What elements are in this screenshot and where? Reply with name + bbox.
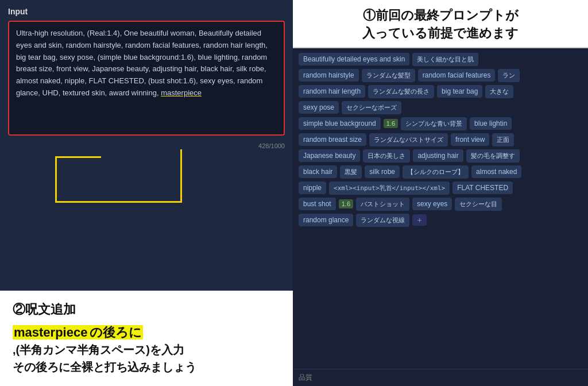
tag-bustshot-en[interactable]: bust shot [299, 198, 336, 210]
tag-blackhair-jp[interactable]: 黒髪 [340, 165, 362, 179]
right-panel: ①前回の最終プロンプトが 入っている前提で進めます Beautifully de… [293, 0, 588, 386]
tag-nipple-en[interactable]: nipple [299, 182, 326, 194]
tag-sexyppose-en[interactable]: sexy pose [299, 101, 339, 114]
tag-almostnaked-en[interactable]: almost naked [471, 165, 521, 178]
right-top-text: ①前回の最終プロンプトが 入っている前提で進めます [303, 7, 578, 43]
tag-facial-jp[interactable]: ラン [498, 69, 520, 82]
tag-adjustinghair-en[interactable]: adjusting hair [413, 149, 463, 162]
tag-sexypose-jp[interactable]: セクシーなポーズ [342, 101, 401, 114]
tag-beautifully-jp[interactable]: 美しく細かな目と肌 [412, 53, 478, 66]
tag-row-4: sexy pose セクシーなポーズ [299, 101, 582, 114]
tag-row-8: black hair 黒髪 silk robe 【シルクのローブ】 almost… [299, 165, 582, 179]
tag-sexyeyes-jp[interactable]: セクシーな目 [455, 198, 502, 211]
input-label: Input [8, 7, 285, 16]
tag-row-5: simple blue background 1.6 シンプルな青い背景 blu… [299, 117, 582, 130]
tag-flatchested-en[interactable]: FLAT CHESTED [452, 182, 513, 194]
tag-breastsize-jp[interactable]: ランダムなバストサイズ [369, 133, 448, 146]
tag-tearbag-jp[interactable]: 大きな [485, 85, 513, 98]
tag-row-3: random hair length ランダムな髪の長さ big tear ba… [299, 85, 582, 98]
tag-bluebackground-jp[interactable]: シンプルな青い背景 [401, 117, 467, 130]
tag-frontview-jp[interactable]: 正面 [492, 133, 514, 146]
tag-row-1: Beautifully detailed eyes and skin 美しく細か… [299, 53, 582, 66]
tag-bustshot-num: 1.6 [339, 199, 353, 209]
tag-japanesebeauty-jp[interactable]: 日本の美しさ [363, 149, 410, 163]
tag-beautifully-en[interactable]: Beautifully detailed eyes and skin [299, 53, 409, 65]
tag-randomglance-en[interactable]: random glance [299, 214, 353, 226]
yellow-line-horizontal [55, 156, 101, 158]
yellow-line-h2 [55, 201, 181, 203]
tag-bluebackground-en[interactable]: simple blue background [299, 117, 381, 130]
tag-row-2: random hairstyle ランダムな髪型 random facial f… [299, 69, 582, 82]
input-section: Input Ultra-high resolution, (Real:1.4),… [0, 0, 293, 140]
tag-hairstyle-en[interactable]: random hairstyle [299, 69, 359, 82]
tag-nipple-special[interactable]: <xml><input>乳首</input></xml> [329, 182, 450, 195]
annotation-highlight-line: masterpieceの後ろに [13, 324, 280, 341]
annotation-box: ②呪文追加 masterpieceの後ろに ,(半角カンマ半角スペース)を入力そ… [0, 291, 293, 386]
yellow-line-vertical [55, 156, 57, 202]
tag-row-6: random breast size ランダムなバストサイズ front vie… [299, 133, 582, 146]
right-top-annotation: ①前回の最終プロンプトが 入っている前提で進めます [293, 0, 588, 48]
bottom-label: 品質 [299, 373, 312, 381]
masterpiece-underline: masterpiece [161, 88, 202, 97]
input-text: Ultra-high resolution, (Real:1.4), One b… [16, 28, 277, 99]
tag-japanesebeauty-en[interactable]: Japanese beauty [299, 149, 360, 162]
annotation-body: ,(半角カンマ半角スペース)を入力その後ろに全裸と打ち込みましょう [13, 341, 280, 376]
tag-bluebackground-num: 1.6 [384, 119, 398, 128]
tag-randomglance-jp[interactable]: ランダムな視線 [356, 214, 409, 227]
annotation-title: ②呪文追加 [13, 301, 280, 318]
left-panel: Input Ultra-high resolution, (Real:1.4),… [0, 0, 293, 386]
tag-bustshot-jp[interactable]: バストショット [356, 198, 409, 211]
tag-row-10: bust shot 1.6 バストショット sexy eyes セクシーな目 [299, 198, 582, 211]
tag-bluelighting-en[interactable]: blue lightin [470, 117, 512, 130]
tag-hairstyle-jp[interactable]: ランダムな髪型 [362, 69, 415, 82]
tag-adjustinghair-jp[interactable]: 髪の毛を調整す [466, 149, 520, 163]
tag-silkrobe-jp[interactable]: 【シルクのローブ】 [403, 165, 469, 179]
char-count: 428/1000 [0, 140, 293, 152]
tag-row-7: Japanese beauty 日本の美しさ adjusting hair 髪の… [299, 149, 582, 163]
tag-facial-en[interactable]: random facial features [418, 69, 496, 82]
bottom-bar: 品質 [293, 369, 588, 386]
tags-area: Beautifully detailed eyes and skin 美しく細か… [293, 48, 588, 369]
tag-hairlength-jp[interactable]: ランダムな髪の長さ [368, 85, 434, 98]
tag-hairlength-en[interactable]: random hair length [299, 85, 365, 98]
highlight-word: masterpiece [13, 325, 88, 339]
tag-row-11: random glance ランダムな視線 + [299, 214, 582, 227]
tag-sexyeyes-en[interactable]: sexy eyes [412, 198, 452, 210]
tag-row-9: nipple <xml><input>乳首</input></xml> FLAT… [299, 182, 582, 195]
tag-plus[interactable]: + [412, 214, 426, 226]
tag-tearbag-en[interactable]: big tear bag [437, 85, 482, 98]
yellow-line-v2 [180, 149, 182, 203]
tag-breastsize-en[interactable]: random breast size [299, 133, 366, 146]
tag-frontview-en[interactable]: front view [451, 133, 489, 146]
tag-silkrobe-en[interactable]: silk robe [365, 165, 400, 178]
tag-blackhair-en[interactable]: black hair [299, 165, 337, 178]
input-textarea[interactable]: Ultra-high resolution, (Real:1.4), One b… [8, 21, 285, 136]
